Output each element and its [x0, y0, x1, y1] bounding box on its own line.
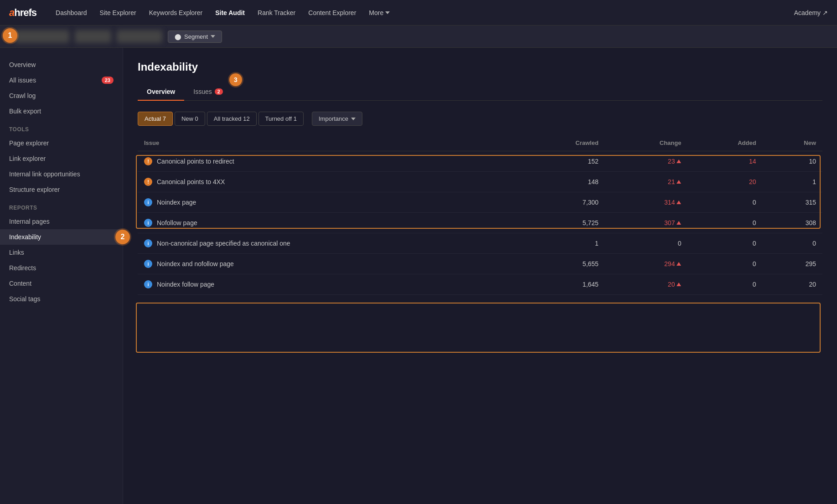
crawled-val: 5,725: [519, 213, 605, 233]
main-content: Indexability Overview Issues 2 3 Actual …: [123, 48, 837, 504]
sidebar-item-structure-explorer[interactable]: Structure explorer: [0, 182, 123, 197]
sidebar-item-all-issues[interactable]: All issues 23: [0, 72, 123, 88]
added-val: 20: [687, 172, 762, 192]
nav-academy[interactable]: Academy ↗: [794, 9, 828, 16]
change-up: 23: [611, 158, 682, 165]
logo[interactable]: ahrefs: [9, 7, 36, 19]
issue-cell: i Noindex and nofollow page: [144, 260, 512, 268]
segment-icon: ⬤: [175, 33, 181, 40]
up-arrow: [677, 283, 681, 286]
crawled-val: 1,645: [519, 274, 605, 295]
sidebar-item-redirects[interactable]: Redirects: [0, 260, 123, 276]
nav-keywords-explorer[interactable]: Keywords Explorer: [144, 5, 208, 20]
up-arrow: [677, 221, 681, 225]
change-up: 307: [611, 219, 682, 226]
crawled-val: 1: [519, 233, 605, 254]
added-val: 0: [687, 192, 762, 213]
segment-dropdown-arrow: [211, 35, 215, 38]
nav-rank-tracker[interactable]: Rank Tracker: [252, 5, 301, 20]
more-dropdown-arrow: [385, 11, 390, 14]
new-val: 20: [763, 274, 822, 295]
table-row[interactable]: i Noindex follow page 1,645 20: [138, 274, 822, 295]
tutorial-badge-1: 1: [3, 28, 17, 43]
reports-section-label: Reports: [0, 197, 123, 214]
table-row[interactable]: ! Canonical points to 4XX 148 21: [138, 172, 822, 192]
content-wrapper: Indexability Overview Issues 2 3 Actual …: [138, 61, 822, 295]
blurred-info-2: [117, 30, 162, 43]
sidebar-item-crawl-log[interactable]: Crawl log: [0, 88, 123, 103]
issue-cell: i Noindex page: [144, 198, 512, 206]
nav-links: Dashboard Site Explorer Keywords Explore…: [50, 5, 794, 20]
table-row[interactable]: ! Canonical points to redirect 152 23: [138, 151, 822, 172]
new-val: 295: [763, 254, 822, 274]
crawled-val: 7,300: [519, 192, 605, 213]
added-val: 0: [687, 254, 762, 274]
change-up: 294: [611, 260, 682, 267]
filter-turned-off[interactable]: Turned off 1: [258, 112, 304, 126]
col-added: Added: [687, 135, 762, 151]
sidebar-item-internal-pages[interactable]: Internal pages: [0, 214, 123, 229]
sidebar-item-overview[interactable]: Overview: [0, 57, 123, 72]
table-row[interactable]: i Non-canonical page specified as canoni…: [138, 233, 822, 254]
crawled-val: 148: [519, 172, 605, 192]
sidebar-item-bulk-export[interactable]: Bulk export: [0, 103, 123, 119]
sidebar-item-indexability[interactable]: Indexability 2: [0, 229, 123, 245]
nav-content-explorer[interactable]: Content Explorer: [303, 5, 362, 20]
nav-site-explorer[interactable]: Site Explorer: [94, 5, 142, 20]
segment-button[interactable]: ⬤ Segment: [168, 31, 222, 43]
info-icon: i: [144, 219, 152, 227]
sidebar-item-content[interactable]: Content: [0, 276, 123, 291]
info-icon: i: [144, 260, 152, 268]
filter-new[interactable]: New 0: [175, 112, 205, 126]
tutorial-badge-3: 3: [229, 73, 242, 86]
issue-cell: i Non-canonical page specified as canoni…: [144, 239, 512, 247]
col-issue: Issue: [138, 135, 519, 151]
importance-arrow: [351, 118, 356, 120]
issues-table: Issue Crawled Change Added New !: [138, 135, 822, 295]
up-arrow: [677, 262, 681, 266]
sidebar-item-social-tags[interactable]: Social tags: [0, 291, 123, 307]
filter-all-tracked[interactable]: All tracked 12: [207, 112, 257, 126]
nav-dashboard[interactable]: Dashboard: [50, 5, 93, 20]
warning-icon: !: [144, 178, 152, 186]
sidebar: Overview All issues 23 Crawl log Bulk ex…: [0, 48, 123, 504]
crawled-val: 5,655: [519, 254, 605, 274]
col-crawled: Crawled: [519, 135, 605, 151]
tab-overview[interactable]: Overview: [138, 83, 184, 101]
logo-b: hrefs: [14, 7, 36, 18]
change-up: 21: [611, 178, 682, 185]
col-new: New: [763, 135, 822, 151]
table-row[interactable]: i Noindex and nofollow page 5,655 294: [138, 254, 822, 274]
sidebar-item-link-explorer[interactable]: Link explorer: [0, 151, 123, 166]
new-val: 308: [763, 213, 822, 233]
issue-cell: ! Canonical points to redirect: [144, 157, 512, 165]
nav-site-audit[interactable]: Site Audit: [210, 5, 250, 20]
blurred-info-1: [75, 30, 111, 43]
tools-section-label: Tools: [0, 119, 123, 135]
new-val: 10: [763, 151, 822, 172]
added-val: 14: [687, 151, 762, 172]
change-up: 314: [611, 199, 682, 206]
issue-cell: ! Canonical points to 4XX: [144, 178, 512, 186]
up-arrow: [677, 159, 681, 163]
logo-a: a: [9, 7, 14, 18]
main-layout: Overview All issues 23 Crawl log Bulk ex…: [0, 48, 837, 504]
sidebar-item-page-explorer[interactable]: Page explorer: [0, 135, 123, 151]
issues-tab-badge: 2: [215, 88, 223, 95]
nav-more[interactable]: More: [363, 5, 395, 20]
added-val: 0: [687, 233, 762, 254]
sidebar-item-internal-link-opportunities[interactable]: Internal link opportunities: [0, 166, 123, 182]
filter-actual[interactable]: Actual 7: [138, 112, 173, 126]
sidebar-item-links[interactable]: Links: [0, 245, 123, 260]
up-arrow: [677, 201, 681, 204]
info-icon: i: [144, 198, 152, 206]
tab-issues[interactable]: Issues 2 3: [184, 83, 232, 101]
highlight-group-2: [136, 303, 821, 353]
table-row[interactable]: i Nofollow page 5,725 307: [138, 213, 822, 233]
col-change: Change: [605, 135, 688, 151]
info-icon: i: [144, 280, 152, 288]
importance-dropdown[interactable]: Importance: [312, 112, 362, 126]
tutorial-badge-2: 2: [115, 230, 130, 244]
change-val: 0: [605, 233, 688, 254]
table-row[interactable]: i Noindex page 7,300 314: [138, 192, 822, 213]
